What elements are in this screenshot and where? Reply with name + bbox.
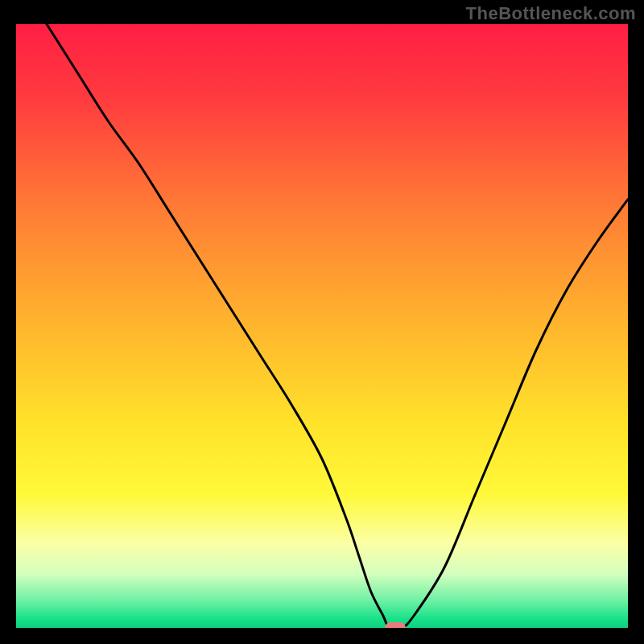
bottleneck-curve (16, 24, 628, 628)
bottleneck-marker (385, 622, 406, 628)
chart-frame: TheBottleneck.com (0, 0, 644, 644)
plot-area (16, 24, 628, 628)
attribution-text: TheBottleneck.com (466, 3, 636, 24)
